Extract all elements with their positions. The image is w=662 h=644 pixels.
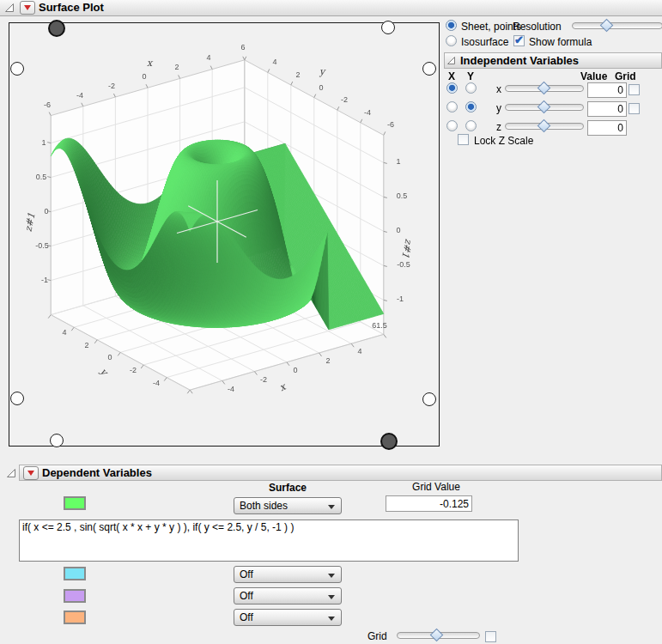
surface-mode-value-4: Off bbox=[240, 611, 253, 623]
y-value-field[interactable] bbox=[587, 101, 627, 117]
plot-handle-top-right[interactable] bbox=[381, 21, 395, 34]
grid-slider-thumb[interactable] bbox=[430, 629, 444, 642]
surface-mode-value-3: Off bbox=[240, 590, 253, 602]
plot-handle-right-upper[interactable] bbox=[422, 62, 436, 76]
surface-mode-value-2: Off bbox=[240, 568, 253, 580]
grid-enable-checkbox[interactable] bbox=[485, 631, 496, 642]
surface-column-header: Surface bbox=[258, 482, 318, 494]
independent-variables-title: Independent Variables bbox=[460, 54, 579, 67]
lock-z-scale-checkbox[interactable] bbox=[458, 134, 469, 145]
formula-text-box[interactable]: if( x <= 2.5 , sin( sqrt( x * x + y * y … bbox=[19, 519, 519, 562]
grid-value-column-header: Grid Value bbox=[402, 481, 471, 493]
column-header-value: Value bbox=[580, 70, 607, 82]
x-axis-x-radio[interactable] bbox=[446, 82, 458, 94]
surface-mode-dropdown-2[interactable]: Off bbox=[234, 566, 342, 583]
row-label-y: y bbox=[496, 102, 501, 114]
surface-mode-dropdown-4[interactable]: Off bbox=[234, 609, 342, 626]
plot-handle-right-lower[interactable] bbox=[422, 392, 436, 406]
column-header-x: X bbox=[448, 70, 455, 82]
plot-handle-left-lower[interactable] bbox=[10, 392, 24, 405]
plot-rotate-handle-bottom-filled[interactable] bbox=[380, 433, 398, 450]
window-title: Surface Plot bbox=[39, 0, 104, 15]
disclosure-triangle-icon[interactable] bbox=[4, 3, 15, 15]
dependent-variables-title: Dependent Variables bbox=[42, 466, 152, 479]
y-axis-y-radio[interactable] bbox=[465, 101, 477, 112]
plot-handle-left-upper[interactable] bbox=[10, 62, 24, 76]
isosurface-label: Isosurface bbox=[461, 36, 508, 48]
surface-plot-window: { "window": { "title": "Surface Plot" },… bbox=[0, 0, 662, 644]
z-axis-y-radio[interactable] bbox=[465, 120, 477, 131]
x-slider-thumb[interactable] bbox=[537, 82, 551, 95]
isosurface-radio[interactable] bbox=[446, 35, 457, 46]
dependent-color-swatch-orange[interactable] bbox=[64, 611, 86, 624]
surface-plot-area: -6-4-20246x420-2-4-6y10.50-0.5-1z#110.50… bbox=[9, 22, 440, 447]
disclosure-triangle-icon[interactable] bbox=[446, 56, 456, 68]
grid-slider[interactable] bbox=[397, 630, 478, 641]
resolution-slider[interactable] bbox=[572, 21, 661, 31]
show-formula-label: Show formula bbox=[529, 36, 592, 48]
dependent-variables-header[interactable]: Dependent Variables bbox=[19, 465, 662, 481]
independent-variables-header[interactable]: Independent Variables bbox=[444, 52, 662, 69]
surface-mode-value: Both sides bbox=[240, 500, 288, 512]
x-value-slider[interactable] bbox=[505, 83, 582, 94]
x-grid-checkbox[interactable] bbox=[629, 84, 640, 95]
z-value-field[interactable] bbox=[587, 120, 627, 136]
plot-handle-bottom-left[interactable] bbox=[50, 434, 64, 447]
row-label-z: z bbox=[496, 121, 501, 133]
resolution-slider-groove[interactable] bbox=[572, 22, 662, 29]
y-grid-checkbox[interactable] bbox=[629, 103, 640, 114]
dependent-color-swatch-cyan[interactable] bbox=[64, 567, 86, 580]
grid-slider-label: Grid bbox=[367, 630, 387, 642]
row-label-x: x bbox=[496, 83, 501, 95]
red-triangle-menu-button[interactable] bbox=[23, 466, 39, 480]
plot-rotate-handle-top-filled[interactable] bbox=[48, 20, 65, 37]
disclosure-triangle-icon[interactable] bbox=[6, 468, 16, 481]
z-axis-x-radio[interactable] bbox=[446, 120, 458, 131]
x-value-field[interactable] bbox=[587, 82, 627, 98]
red-triangle-menu-button[interactable] bbox=[20, 1, 35, 15]
y-value-slider[interactable] bbox=[505, 102, 582, 112]
z-value-slider[interactable] bbox=[505, 121, 582, 131]
column-header-y: Y bbox=[467, 70, 474, 82]
resolution-label: Resolution bbox=[513, 21, 562, 33]
lock-z-scale-label: Lock Z Scale bbox=[474, 135, 533, 147]
y-axis-x-radio[interactable] bbox=[446, 101, 458, 112]
grid-value-field[interactable] bbox=[386, 495, 472, 512]
resolution-slider-thumb[interactable] bbox=[600, 19, 614, 33]
dependent-color-swatch-purple[interactable] bbox=[64, 589, 86, 603]
y-slider-thumb[interactable] bbox=[537, 100, 551, 114]
z-slider-thumb[interactable] bbox=[537, 119, 551, 133]
x-axis-y-radio[interactable] bbox=[465, 82, 477, 94]
dependent-color-swatch-green[interactable] bbox=[64, 496, 86, 510]
surface-3d-view[interactable] bbox=[9, 23, 439, 446]
column-header-grid: Grid bbox=[615, 70, 636, 82]
surface-mode-dropdown[interactable]: Both sides bbox=[234, 497, 342, 514]
surface-mode-dropdown-3[interactable]: Off bbox=[234, 587, 342, 605]
window-title-bar: Surface Plot bbox=[0, 0, 662, 16]
sheet-points-radio[interactable] bbox=[446, 20, 457, 31]
show-formula-checkbox[interactable] bbox=[513, 35, 525, 46]
